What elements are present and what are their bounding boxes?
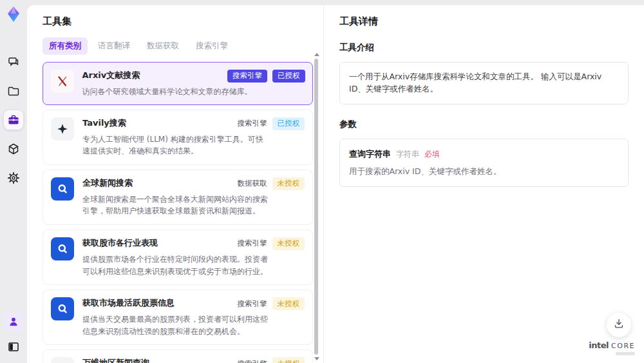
brand-subline	[616, 352, 635, 355]
tool-badges: 搜索引擎 已授权	[238, 117, 305, 130]
param-name: 查询字符串	[349, 148, 391, 161]
sidebar-item-files[interactable]	[4, 81, 23, 101]
sidebar-item-tools[interactable]	[4, 110, 23, 130]
intel-wordmark: intel	[589, 340, 609, 350]
tool-card-body: Arxiv文献搜索 搜索引擎 已授权 访问各个研究领域大量科学论文和文章的存储库…	[82, 70, 305, 98]
sidebar-nav	[4, 52, 23, 188]
tool-detail-panel: 工具详情 工具介绍 一个用于从Arxiv存储库搜索科学论文和文章的工具。 输入可…	[324, 5, 644, 363]
sidebar-item-models[interactable]	[4, 139, 23, 159]
page-title: 工具集	[43, 15, 303, 28]
tool-description: 访问各个研究领域大量科学论文和文章的存储库。	[82, 86, 269, 98]
tool-card-body: Tavily搜索 搜索引擎 已授权 专为人工智能代理 (LLM) 构建的搜索引擎…	[82, 117, 305, 157]
tool-card-header: Arxiv文献搜索 搜索引擎 已授权	[82, 70, 305, 83]
category-badge: 搜索引擎	[238, 357, 267, 363]
auth-status-badge: 未授权	[272, 357, 305, 363]
tool-badges: 数据获取 未授权	[238, 177, 305, 190]
category-tabs: 所有类别语言翻译数据获取搜索引擎	[43, 37, 303, 55]
sidebar-item-collapse[interactable]	[4, 337, 23, 357]
auth-status-badge: 已授权	[272, 70, 305, 83]
scroll-up-arrow-icon[interactable]	[314, 53, 319, 56]
intro-box: 一个用于从Arxiv存储库搜索科学论文和文章的工具。 输入可以是Arxiv ID…	[339, 62, 629, 104]
search-q-logo-icon	[51, 237, 74, 260]
search-q-logo-icon	[51, 177, 74, 201]
toolbox-icon	[7, 113, 20, 126]
auth-status-badge: 未授权	[272, 297, 305, 310]
app-window: 工具集 所有类别语言翻译数据获取搜索引擎 Arxiv文献搜索 搜索引擎 已授权 …	[0, 0, 644, 363]
tool-card-header: 全球新闻搜索 数据获取 未授权	[82, 177, 305, 190]
tool-card[interactable]: Arxiv文献搜索 搜索引擎 已授权 访问各个研究领域大量科学论文和文章的存储库…	[43, 62, 313, 105]
user-icon	[8, 316, 19, 328]
category-badge: 搜索引擎	[238, 117, 267, 130]
folder-icon	[7, 84, 20, 97]
tool-badges: 搜索引擎 未授权	[238, 297, 305, 310]
intro-text: 一个用于从Arxiv存储库搜索科学论文和文章的工具。 输入可以是Arxiv ID…	[349, 72, 601, 93]
tool-description: 专为人工智能代理 (LLM) 构建的搜索引擎工具。可快速提供实时、准确和真实的结…	[82, 133, 269, 157]
intel-core-brand: intel CORE	[589, 340, 635, 355]
auth-status-badge: 未授权	[272, 237, 305, 250]
tool-description: 提供股票市场各个行业在特定时间段内的表现。投资者可以利用这些信息来识别表现优于或…	[82, 253, 269, 277]
tool-card-header: 获取股市各行业表现 搜索引擎 未授权	[82, 237, 305, 250]
panel-toggle-icon	[7, 340, 20, 353]
tool-name: Tavily搜索	[82, 117, 126, 129]
param-description: 用于搜索的Arxiv ID、关键字或作者姓名。	[349, 166, 619, 178]
tool-name: 万维地区新闻查询	[82, 357, 149, 363]
param-type: 字符串	[396, 148, 419, 160]
tool-name: Arxiv文献搜索	[82, 70, 140, 81]
auth-status-badge: 已授权	[272, 117, 305, 130]
tool-badges: 搜索引擎 已授权	[227, 70, 305, 83]
tool-card-header: Tavily搜索 搜索引擎 已授权	[82, 117, 305, 130]
tool-card-body: 万维地区新闻查询 搜索引擎 未授权 查询具体行政区划内的新闻，快速了解各地新闻动	[82, 357, 305, 363]
tool-description: 全球新闻搜索是一个聚合全球各大新闻网站内容的搜索引擎，帮助用户快速获取全球最新资…	[82, 193, 269, 217]
intel-core-logo: intel CORE	[589, 340, 635, 350]
tool-card-header: 万维地区新闻查询 搜索引擎 未授权	[82, 357, 305, 363]
tool-card[interactable]: 获取市场最活跃股票信息 搜索引擎 未授权 提供当天交易量最高的股票列表，投资者可…	[43, 289, 313, 345]
main-panel: 工具集 所有类别语言翻译数据获取搜索引擎 Arxiv文献搜索 搜索引擎 已授权 …	[27, 5, 644, 363]
category-badge: 数据获取	[238, 177, 267, 190]
tool-badges: 搜索引擎 未授权	[238, 237, 305, 250]
category-badge: 搜索引擎	[227, 70, 267, 83]
gear-icon	[7, 172, 20, 184]
tool-card[interactable]: 获取股市各行业表现 搜索引擎 未授权 提供股票市场各个行业在特定时间段内的表现。…	[43, 230, 313, 285]
param-header-row: 查询字符串 字符串 必填	[349, 148, 619, 161]
tool-badges: 搜索引擎 未授权	[238, 357, 305, 363]
tool-list-panel: 工具集 所有类别语言翻译数据获取搜索引擎 Arxiv文献搜索 搜索引擎 已授权 …	[27, 5, 324, 363]
tool-cards: Arxiv文献搜索 搜索引擎 已授权 访问各个研究领域大量科学论文和文章的存储库…	[43, 62, 313, 363]
params-heading: 参数	[339, 119, 629, 130]
tool-description: 提供当天交易量最高的股票列表，投资者可以利用这些信息来识别流动性强的股票和潜在的…	[82, 313, 269, 337]
param-box: 查询字符串 字符串 必填 用于搜索的Arxiv ID、关键字或作者姓名。	[339, 139, 629, 187]
tool-name: 全球新闻搜索	[82, 177, 133, 189]
list-scrollbar[interactable]	[314, 53, 319, 360]
tavily-logo-icon	[51, 117, 74, 141]
search-q-logo-icon	[51, 297, 74, 320]
detail-title: 工具详情	[339, 15, 629, 28]
tool-card[interactable]: Tavily搜索 搜索引擎 已授权 专为人工智能代理 (LLM) 构建的搜索引擎…	[43, 110, 313, 165]
category-tab-2[interactable]: 数据获取	[140, 37, 185, 55]
tool-card[interactable]: 万维地区新闻查询 搜索引擎 未授权 查询具体行政区划内的新闻，快速了解各地新闻动	[43, 349, 313, 363]
sidebar-bottom	[4, 312, 23, 357]
category-badge: 搜索引擎	[238, 237, 267, 250]
category-tab-0[interactable]: 所有类别	[43, 37, 88, 55]
scroll-down-arrow-icon[interactable]	[314, 357, 319, 360]
sidebar-item-settings[interactable]	[4, 168, 23, 188]
param-required-badge: 必填	[424, 148, 440, 160]
tool-card-body: 获取市场最活跃股票信息 搜索引擎 未授权 提供当天交易量最高的股票列表，投资者可…	[82, 297, 305, 337]
tool-name: 获取股市各行业表现	[82, 237, 158, 249]
newspaper-icon	[51, 357, 74, 363]
tool-card-body: 获取股市各行业表现 搜索引擎 未授权 提供股票市场各个行业在特定时间段内的表现。…	[82, 237, 305, 277]
category-tab-1[interactable]: 语言翻译	[91, 37, 137, 55]
sidebar-item-account[interactable]	[4, 312, 23, 331]
tool-card[interactable]: 全球新闻搜索 数据获取 未授权 全球新闻搜索是一个聚合全球各大新闻网站内容的搜索…	[43, 170, 313, 225]
scrollbar-thumb[interactable]	[314, 59, 318, 355]
sidebar-item-chat[interactable]	[4, 52, 23, 72]
app-logo-icon[interactable]	[4, 5, 23, 24]
arxiv-logo-icon	[51, 70, 74, 93]
auth-status-badge: 未授权	[272, 177, 305, 190]
category-badge: 搜索引擎	[238, 297, 267, 310]
tool-card-body: 全球新闻搜索 数据获取 未授权 全球新闻搜索是一个聚合全球各大新闻网站内容的搜索…	[82, 177, 305, 217]
cube-icon	[7, 142, 20, 155]
download-icon	[613, 318, 625, 332]
intro-heading: 工具介绍	[339, 42, 629, 54]
tool-card-header: 获取市场最活跃股票信息 搜索引擎 未授权	[82, 297, 305, 310]
category-tab-3[interactable]: 搜索引擎	[189, 37, 234, 55]
download-button[interactable]	[607, 313, 631, 337]
